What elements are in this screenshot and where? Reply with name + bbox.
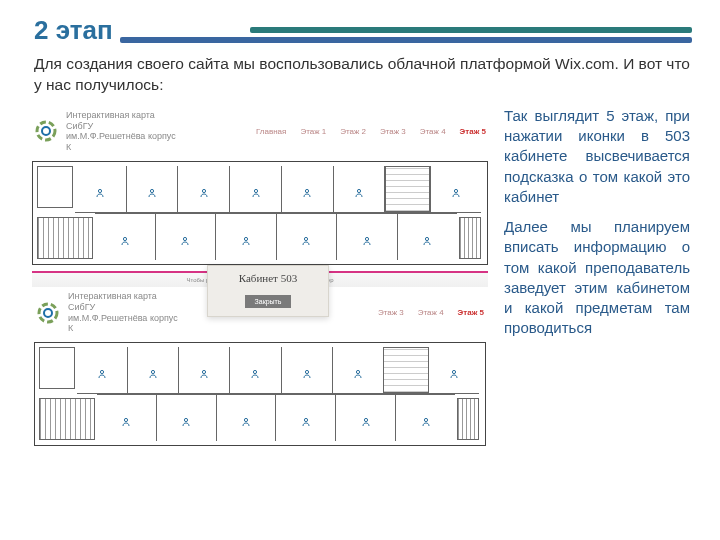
rooms-row-top	[77, 347, 479, 394]
svg-point-12	[305, 237, 308, 240]
room-pin[interactable]	[75, 166, 127, 212]
person-pin-icon	[148, 365, 158, 375]
room-pin[interactable]	[157, 395, 217, 441]
person-pin-icon	[353, 365, 363, 375]
tab-floor4[interactable]: Этаж 4	[418, 308, 444, 317]
person-pin-icon	[301, 413, 311, 423]
svg-point-11	[244, 237, 247, 240]
svg-point-9	[123, 237, 126, 240]
room-pin[interactable]	[179, 347, 230, 393]
room-pin[interactable]	[230, 166, 282, 212]
floorplan-bottom	[34, 342, 486, 446]
person-pin-icon	[199, 184, 209, 194]
room-pin[interactable]	[396, 395, 455, 441]
tab-floor2[interactable]: Этаж 2	[340, 127, 366, 136]
room-pin[interactable]	[276, 395, 336, 441]
room-pin[interactable]	[334, 166, 386, 212]
person-pin-icon	[362, 232, 372, 242]
tab-floor5[interactable]: Этаж 5	[458, 308, 484, 317]
person-pin-icon	[181, 413, 191, 423]
tab-floor1[interactable]: Этаж 1	[300, 127, 326, 136]
room-pin[interactable]	[156, 214, 217, 260]
person-pin-icon	[120, 232, 130, 242]
close-button[interactable]: Закрыть	[245, 295, 292, 308]
svg-point-0	[37, 122, 55, 140]
person-pin-icon	[250, 365, 260, 375]
room-pin[interactable]	[216, 214, 277, 260]
stairs-icon	[37, 217, 93, 259]
stairs-right-icon	[459, 217, 481, 259]
site-name: Интерактивная карта СибГУ им.М.Ф.Решетнё…	[66, 110, 176, 153]
desc-paragraph-1: Так выглядит 5 этаж, при нажатии иконки …	[504, 106, 690, 207]
room-pin[interactable]	[398, 214, 458, 260]
site-header: Интерактивная карта СибГУ им.М.Ф.Решетнё…	[30, 106, 490, 159]
person-pin-icon	[180, 232, 190, 242]
svg-point-5	[254, 189, 257, 192]
room-pin[interactable]	[128, 347, 179, 393]
person-pin-icon	[251, 184, 261, 194]
desc-paragraph-2: Далее мы планируем вписать информацию о …	[504, 217, 690, 339]
intro-text: Для создания своего сайта мы воспользова…	[34, 54, 690, 96]
tab-floor5[interactable]: Этаж 5	[460, 127, 486, 136]
person-pin-icon	[421, 413, 431, 423]
room-pin[interactable]	[95, 214, 156, 260]
room-pin[interactable]	[337, 214, 398, 260]
person-pin-icon	[422, 232, 432, 242]
person-pin-icon	[354, 184, 364, 194]
svg-point-19	[203, 371, 206, 374]
room-pin[interactable]	[230, 347, 281, 393]
room-pin[interactable]	[336, 395, 396, 441]
floorplan-top	[32, 161, 488, 265]
tab-floor4[interactable]: Этаж 4	[420, 127, 446, 136]
svg-point-6	[306, 189, 309, 192]
svg-point-20	[254, 371, 257, 374]
svg-point-28	[364, 419, 367, 422]
rooms-row-bottom	[97, 394, 455, 441]
room-pin[interactable]	[333, 347, 384, 393]
tab-home[interactable]: Главная	[256, 127, 286, 136]
person-pin-icon	[241, 413, 251, 423]
room-pin[interactable]	[282, 347, 333, 393]
person-pin-icon	[97, 365, 107, 375]
person-pin-icon	[302, 365, 312, 375]
tab-floor3[interactable]: Этаж 3	[380, 127, 406, 136]
decor-bar-blue	[120, 37, 692, 43]
person-pin-icon	[361, 413, 371, 423]
svg-point-16	[44, 309, 52, 317]
slide: 2 этап Для создания своего сайта мы восп…	[0, 0, 720, 540]
tooltip-title: Кабинет 503	[214, 272, 322, 284]
person-pin-icon	[302, 184, 312, 194]
svg-point-23	[452, 371, 455, 374]
svg-point-1	[42, 127, 50, 135]
svg-point-17	[100, 371, 103, 374]
person-pin-icon	[121, 413, 131, 423]
screenshots-column: Интерактивная карта СибГУ им.М.Ф.Решетнё…	[30, 106, 490, 452]
person-pin-icon	[449, 365, 459, 375]
room-pin[interactable]	[97, 395, 157, 441]
person-pin-icon	[451, 184, 461, 194]
person-pin-icon	[95, 184, 105, 194]
screenshot-modal: Чтобы редактировать сайт, перейдите на к…	[32, 271, 488, 446]
site-logo-icon	[36, 301, 60, 325]
svg-point-2	[99, 189, 102, 192]
room-pin[interactable]	[282, 166, 334, 212]
room-pin[interactable]	[430, 166, 481, 212]
site-tabs: Этаж 3 Этаж 4 Этаж 5	[378, 308, 484, 317]
room-pin[interactable]	[127, 166, 179, 212]
room-pin[interactable]	[178, 166, 230, 212]
content-row: Интерактивная карта СибГУ им.М.Ф.Решетнё…	[30, 106, 690, 452]
rooms-row-bottom	[95, 213, 457, 260]
room-pin[interactable]	[277, 214, 338, 260]
screenshot-floor5: Интерактивная карта СибГУ им.М.Ф.Решетнё…	[30, 106, 490, 265]
room-blank	[385, 166, 430, 212]
room-pin[interactable]	[77, 347, 128, 393]
site-logo-icon	[34, 119, 58, 143]
stairwell-icon	[37, 166, 73, 208]
room-pin[interactable]	[217, 395, 277, 441]
tab-floor3[interactable]: Этаж 3	[378, 308, 404, 317]
svg-point-15	[39, 304, 57, 322]
room-pin[interactable]	[429, 347, 479, 393]
svg-point-21	[305, 371, 308, 374]
site-tabs: Главная Этаж 1 Этаж 2 Этаж 3 Этаж 4 Этаж…	[256, 127, 486, 136]
stairwell-icon	[39, 347, 75, 389]
